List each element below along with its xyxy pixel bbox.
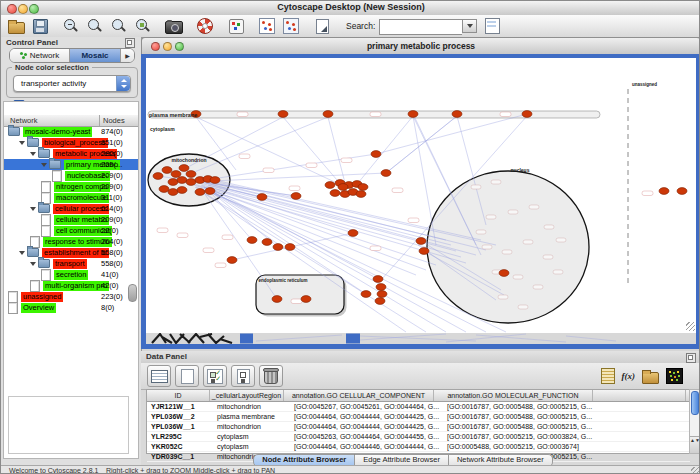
tree-row-multi-organism-pro[interactable]: multi-organism pro42(0) <box>4 280 138 291</box>
heatmap-icon[interactable] <box>666 368 683 384</box>
network-node[interactable] <box>499 270 509 277</box>
tree-scrollbar-thumb[interactable] <box>128 284 137 302</box>
edge[interactable] <box>328 117 345 183</box>
formula-icon[interactable]: f(x) <box>622 371 636 381</box>
help-lifebuoy-icon[interactable] <box>196 18 214 35</box>
network-node[interactable] <box>186 179 196 186</box>
network-node[interactable] <box>361 291 371 298</box>
network-node[interactable] <box>177 177 187 184</box>
network-node[interactable] <box>291 193 301 200</box>
tree-row-establishment-of-lo[interactable]: establishment of lo558(0) <box>4 247 138 258</box>
network-node[interactable] <box>278 111 288 118</box>
expander-icon[interactable] <box>30 262 36 266</box>
network-node[interactable] <box>325 182 335 189</box>
zoom-fit-icon[interactable] <box>110 18 128 35</box>
network-node[interactable] <box>179 165 189 172</box>
new-doc-button[interactable] <box>175 365 199 387</box>
network-node[interactable] <box>186 171 196 178</box>
table-scrollbar[interactable]: ▲▼ <box>689 389 700 454</box>
table-row[interactable]: YJR121W__1mitochondrion[GO:0045267, GO:0… <box>147 402 690 412</box>
select-attributes-button[interactable] <box>203 365 227 387</box>
tree-row-nitrogen-compo[interactable]: nitrogen compo209(0) <box>4 181 138 192</box>
table-scrollbar-arrows[interactable]: ▲▼ <box>690 436 699 453</box>
save-icon[interactable] <box>31 18 49 35</box>
network-node[interactable] <box>375 298 385 305</box>
network-node[interactable] <box>168 179 178 186</box>
edge[interactable] <box>212 154 376 179</box>
network-node[interactable] <box>376 284 386 291</box>
vizmapper-icon[interactable] <box>227 18 245 35</box>
tree-row-metabolic-process[interactable]: metabolic process280(0) <box>4 148 138 159</box>
network-node[interactable] <box>348 230 358 237</box>
unselect-attributes-button[interactable] <box>231 365 255 387</box>
trash-button[interactable] <box>259 365 283 387</box>
table-row[interactable]: YPL036W__2plasma membrane[GO:0044464, GO… <box>147 412 690 422</box>
tree-row-biological-process[interactable]: biological_process651(0) <box>4 137 138 148</box>
tree-row-response-to-stimulu[interactable]: response to stimulu264(0) <box>4 236 138 247</box>
column-header-annotation.GO CELLULAR_COMPONENT[interactable]: annotation.GO CELLULAR_COMPONENT <box>284 390 434 401</box>
network-node[interactable] <box>162 167 172 174</box>
table-scrollbar-thumb[interactable] <box>691 391 699 415</box>
network-overview-icon[interactable] <box>483 18 501 35</box>
table-row[interactable]: YLR295Ccytoplasm[GO:0045263, GO:0044464,… <box>147 432 690 442</box>
tree-row-mosaic-demo-yeast[interactable]: mosaic-demo-yeast874(0) <box>4 126 138 137</box>
tab-mosaic[interactable]: Mosaic <box>70 49 121 62</box>
tree-row-nucleobase-[interactable]: nucleobase-209(0) <box>4 170 138 181</box>
expander-icon[interactable] <box>30 207 36 211</box>
attribute-matrix-icon[interactable] <box>601 368 615 384</box>
network-node[interactable] <box>210 177 220 184</box>
network-node[interactable] <box>323 111 333 118</box>
edge[interactable] <box>212 173 386 181</box>
network-node[interactable] <box>356 191 366 198</box>
window-resize-grip[interactable] <box>691 467 700 474</box>
expander-icon[interactable] <box>30 152 36 156</box>
network-node[interactable] <box>381 170 391 177</box>
create-network-view-icon[interactable] <box>258 18 276 35</box>
tree-row-cellular-process[interactable]: cellular process614(0) <box>4 203 138 214</box>
tab-more[interactable]: ▶ <box>121 49 134 62</box>
search-input[interactable] <box>379 19 462 35</box>
network-node[interactable] <box>227 257 237 264</box>
column-header-annotation.GO MOLECULAR_FUNCTION[interactable]: annotation.GO MOLECULAR_FUNCTION <box>434 390 593 401</box>
zoom-out-icon[interactable] <box>62 18 80 35</box>
tree-row-transport[interactable]: transport558(0) <box>4 258 138 269</box>
search-dropdown-button[interactable] <box>462 19 477 33</box>
tree-row-unassigned[interactable]: unassigned223(0) <box>4 291 138 302</box>
tree-row-cell-communicat[interactable]: cell communicat22(0) <box>4 225 138 236</box>
import-table-icon[interactable] <box>642 372 659 384</box>
network-node[interactable] <box>171 171 181 178</box>
network-node[interactable] <box>257 194 267 201</box>
network-node[interactable] <box>177 187 187 194</box>
tab-network[interactable]: Network <box>10 49 70 62</box>
tree-row-cellular-metabo[interactable]: cellular metabo209(0) <box>4 214 138 225</box>
network-node[interactable] <box>408 111 418 118</box>
network-node[interactable] <box>159 186 169 193</box>
network-node[interactable] <box>247 237 257 244</box>
network-node[interactable] <box>419 248 429 255</box>
open-file-icon[interactable] <box>7 18 25 35</box>
network-node[interactable] <box>659 188 669 195</box>
view-resize-grip[interactable] <box>686 322 695 331</box>
column-header-ID[interactable]: ID <box>147 390 210 401</box>
network-node[interactable] <box>371 151 381 158</box>
network-canvas[interactable]: plasma membranecytoplasmmitochondrionnuc… <box>146 58 696 333</box>
tree-row-secretion[interactable]: secretion41(0) <box>4 269 138 280</box>
network-node[interactable] <box>168 189 178 196</box>
network-node[interactable] <box>677 188 687 195</box>
expander-icon[interactable] <box>19 141 25 145</box>
network-node[interactable] <box>205 188 215 195</box>
network-node[interactable] <box>301 296 311 303</box>
float-panel-icon[interactable] <box>125 38 135 48</box>
column-header-_cellularLayoutRegion[interactable]: _cellularLayoutRegion <box>210 390 284 401</box>
snapshot-icon[interactable] <box>165 18 183 35</box>
tree-row-primary-metabo[interactable]: primary metabo209(... <box>4 159 138 170</box>
network-node[interactable] <box>330 190 340 197</box>
node-color-dropdown[interactable]: transporter activity <box>13 75 131 92</box>
tree-row-macromolecule[interactable]: macromolecule311(0) <box>4 192 138 203</box>
network-node[interactable] <box>338 184 348 191</box>
float-panel-icon[interactable] <box>686 353 696 363</box>
column-header-empty[interactable] <box>593 390 686 401</box>
network-node[interactable] <box>262 239 272 246</box>
network-node[interactable] <box>195 189 205 196</box>
destroy-network-view-icon[interactable] <box>282 18 300 35</box>
